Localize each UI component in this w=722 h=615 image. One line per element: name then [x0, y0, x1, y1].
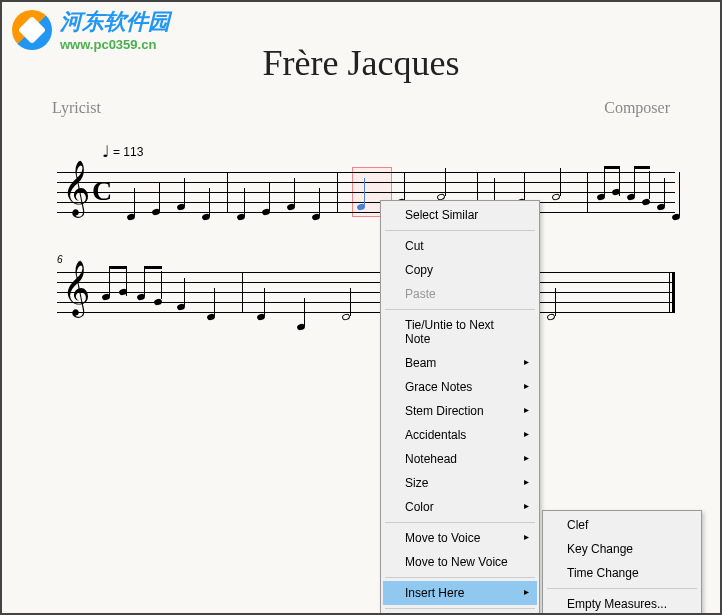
- chevron-right-icon: ▸: [524, 500, 529, 511]
- menu-accidentals[interactable]: Accidentals▸: [383, 423, 537, 447]
- staff-line-2[interactable]: 6 𝄞: [57, 272, 675, 312]
- menu-move-to-new-voice[interactable]: Move to New Voice: [383, 550, 537, 574]
- chevron-right-icon: ▸: [524, 452, 529, 463]
- watermark-title: 河东软件园: [60, 7, 170, 37]
- menu-insert-here[interactable]: Insert Here▸: [383, 581, 537, 605]
- composer-label[interactable]: Composer: [604, 99, 670, 117]
- menu-beam[interactable]: Beam▸: [383, 351, 537, 375]
- menu-copy[interactable]: Copy: [383, 258, 537, 282]
- chevron-right-icon: ▸: [524, 586, 529, 597]
- menu-notehead[interactable]: Notehead▸: [383, 447, 537, 471]
- tempo-marking[interactable]: ♩ = 113: [102, 142, 143, 161]
- quarter-note-icon: ♩: [102, 142, 110, 161]
- menu-cut[interactable]: Cut: [383, 234, 537, 258]
- submenu-key-change[interactable]: Key Change: [545, 537, 699, 561]
- treble-clef-icon[interactable]: 𝄞: [62, 164, 90, 212]
- submenu-clef[interactable]: Clef: [545, 513, 699, 537]
- menu-grace-notes[interactable]: Grace Notes▸: [383, 375, 537, 399]
- submenu-empty-measures[interactable]: Empty Measures...: [545, 592, 699, 615]
- menu-paste: Paste: [383, 282, 537, 306]
- menu-select-similar[interactable]: Select Similar: [383, 203, 537, 227]
- menu-size[interactable]: Size▸: [383, 471, 537, 495]
- chevron-right-icon: ▸: [524, 476, 529, 487]
- note[interactable]: [153, 298, 163, 306]
- logo-icon: [12, 10, 52, 50]
- menu-stem-direction[interactable]: Stem Direction▸: [383, 399, 537, 423]
- submenu-time-change[interactable]: Time Change: [545, 561, 699, 585]
- menu-color[interactable]: Color▸: [383, 495, 537, 519]
- staff-line-1[interactable]: 𝄞 C: [57, 172, 675, 212]
- chevron-right-icon: ▸: [524, 428, 529, 439]
- menu-move-to-voice[interactable]: Move to Voice▸: [383, 526, 537, 550]
- time-signature[interactable]: C: [92, 175, 112, 207]
- lyricist-label[interactable]: Lyricist: [52, 99, 101, 117]
- watermark-url: www.pc0359.cn: [60, 37, 170, 52]
- menu-tie-untie[interactable]: Tie/Untie to Next Note: [383, 313, 537, 351]
- final-barline: [669, 272, 675, 312]
- treble-clef-icon[interactable]: 𝄞: [62, 264, 90, 312]
- watermark-logo: 河东软件园 www.pc0359.cn: [12, 7, 170, 52]
- chevron-right-icon: ▸: [524, 404, 529, 415]
- chevron-right-icon: ▸: [524, 356, 529, 367]
- chevron-right-icon: ▸: [524, 380, 529, 391]
- chevron-right-icon: ▸: [524, 531, 529, 542]
- context-menu: Select Similar Cut Copy Paste Tie/Untie …: [380, 200, 540, 615]
- note[interactable]: [641, 198, 651, 206]
- insert-submenu: Clef Key Change Time Change Empty Measur…: [542, 510, 702, 615]
- tempo-value: = 113: [113, 145, 143, 159]
